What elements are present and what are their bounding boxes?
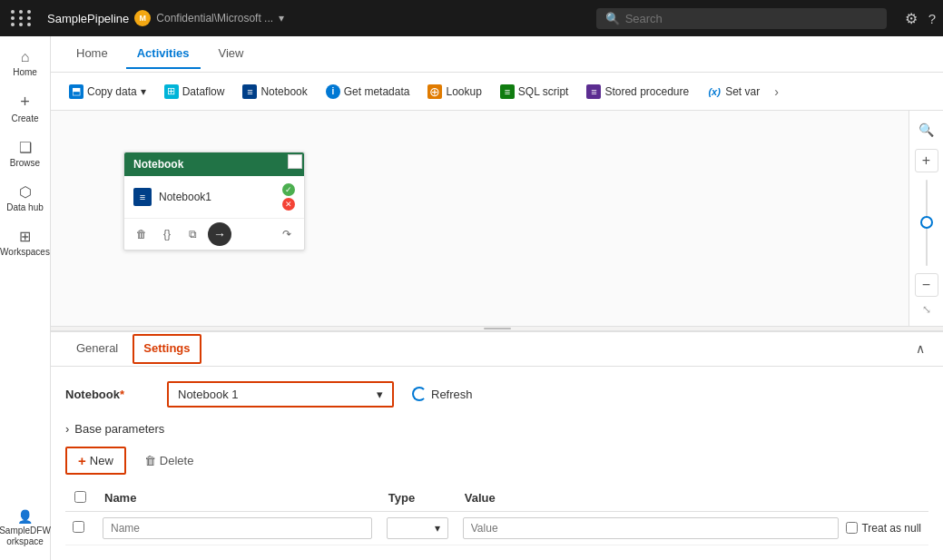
lookup-label: Lookup: [446, 85, 481, 98]
sidebar-label-datahub: Data hub: [6, 202, 44, 213]
dataflow-icon: ⊞: [164, 84, 179, 99]
tab-home[interactable]: Home: [65, 39, 119, 69]
settings-tabbar: General Settings ∧: [51, 332, 943, 367]
set-var-label: Set var: [725, 85, 760, 98]
node-actions: 🗑 {} ⧉ → ↷: [124, 218, 304, 250]
workspaces-icon: ⊞: [19, 228, 31, 245]
search-bar[interactable]: 🔍: [596, 8, 887, 29]
datahub-icon: ⬡: [19, 183, 32, 201]
set-var-icon: (x): [707, 84, 722, 99]
copy-data-label: Copy data: [87, 85, 137, 98]
select-all-checkbox[interactable]: [74, 491, 86, 503]
node-header: Notebook ⤢: [124, 152, 304, 176]
activity-copy-data[interactable]: ⬒ Copy data ▾: [62, 81, 153, 103]
zoom-in-button[interactable]: +: [915, 149, 938, 172]
activity-lookup[interactable]: ⊕ Lookup: [420, 81, 488, 103]
activity-sql-script[interactable]: ≡ SQL script: [493, 81, 576, 103]
delete-parameter-button[interactable]: 🗑 Delete: [133, 449, 205, 472]
refresh-icon: [412, 387, 427, 401]
notebook-form-row: Notebook* Notebook 1 ▾ Refresh: [65, 381, 928, 408]
base-parameters-label: Base parameters: [74, 422, 164, 436]
create-icon: +: [20, 93, 30, 112]
workspace-label: Confidential\Microsoft ...: [156, 12, 273, 25]
treat-as-null-checkbox[interactable]: [846, 522, 858, 534]
plus-icon: +: [78, 453, 86, 468]
node-copy-button[interactable]: ⧉: [182, 224, 202, 244]
base-parameters-header[interactable]: › Base parameters: [65, 422, 928, 436]
activity-set-var[interactable]: (x) Set var: [700, 81, 767, 103]
sidebar-item-datahub[interactable]: ⬡ Data hub: [2, 178, 49, 219]
tab-activities[interactable]: Activities: [126, 39, 201, 69]
sidebar-item-workspaces[interactable]: ⊞ Workspaces: [2, 222, 49, 263]
app-layout: ⌂ Home + Create ❑ Browse ⬡ Data hub ⊞ Wo…: [0, 36, 943, 560]
node-activity-icon: ≡: [133, 188, 152, 206]
node-resize-handle[interactable]: ⤢: [288, 154, 302, 169]
col-checkbox: [65, 486, 95, 512]
pipeline-canvas[interactable]: Notebook ⤢ ≡ Notebook1 ✓ ✕ 🗑 {}: [51, 111, 907, 326]
name-input[interactable]: [103, 517, 372, 539]
search-input[interactable]: [625, 12, 878, 25]
activity-dataflow[interactable]: ⊞ Dataflow: [157, 81, 232, 103]
help-icon[interactable]: ?: [928, 11, 936, 26]
node-title: Notebook: [133, 158, 183, 171]
status-fail-icon: ✕: [282, 198, 295, 211]
refresh-label: Refresh: [431, 388, 473, 401]
copy-data-chevron: ▾: [141, 85, 146, 98]
zoom-slider-thumb[interactable]: [920, 216, 933, 229]
sidebar-item-sampledfw[interactable]: 👤 SampleDFW orkspace: [2, 504, 49, 553]
settings-collapse-button[interactable]: ∧: [912, 338, 928, 359]
activity-stored-procedure[interactable]: ≡ Stored procedure: [579, 81, 696, 103]
node-delete-button[interactable]: 🗑: [132, 224, 152, 244]
user-icon: 👤: [17, 509, 33, 524]
sidebar-item-browse[interactable]: ❑ Browse: [2, 133, 49, 174]
activity-get-metadata[interactable]: i Get metadata: [319, 81, 417, 103]
more-activities-button[interactable]: ›: [771, 81, 782, 103]
refresh-button[interactable]: Refresh: [405, 382, 480, 406]
notebook-activity-node[interactable]: Notebook ⤢ ≡ Notebook1 ✓ ✕ 🗑 {}: [123, 152, 305, 251]
settings-tab-general[interactable]: General: [65, 334, 129, 364]
stored-procedure-label: Stored procedure: [604, 85, 689, 98]
settings-content: Notebook* Notebook 1 ▾ Refresh › Base pa…: [51, 367, 943, 561]
fit-canvas-button[interactable]: ⤡: [918, 300, 936, 319]
activity-notebook[interactable]: ≡ Notebook: [235, 81, 314, 103]
zoom-out-button[interactable]: −: [915, 273, 938, 297]
delete-button-label: Delete: [160, 454, 194, 467]
node-run-button[interactable]: →: [208, 222, 231, 246]
new-parameter-button[interactable]: + New: [65, 447, 126, 475]
zoom-controls: 🔍 + − ⤡: [909, 111, 943, 326]
main-content: Home Activities View ⬒ Copy data ▾ ⊞ Dat…: [51, 36, 943, 560]
get-metadata-icon: i: [326, 84, 340, 99]
type-cell: ▾: [379, 511, 456, 545]
status-success-icon: ✓: [282, 183, 295, 196]
row-checkbox[interactable]: [73, 521, 84, 533]
app-launcher[interactable]: [7, 6, 36, 30]
delete-icon: 🗑: [144, 454, 156, 467]
notebook-select[interactable]: Notebook 1 ▾: [167, 381, 394, 408]
pipeline-name: SamplePipeline: [47, 12, 129, 25]
settings-icon[interactable]: ⚙: [905, 10, 918, 27]
type-select[interactable]: ▾: [387, 517, 448, 539]
value-input[interactable]: [463, 517, 840, 539]
treat-as-null-label: Treat as null: [846, 522, 921, 535]
node-more-button[interactable]: ↷: [277, 224, 297, 244]
tab-view[interactable]: View: [208, 39, 255, 69]
node-code-button[interactable]: {}: [157, 224, 177, 244]
params-action-row: + New 🗑 Delete: [65, 447, 928, 475]
sidebar-item-create[interactable]: + Create: [2, 87, 49, 130]
stored-procedure-icon: ≡: [586, 84, 601, 99]
table-row: ▾ Treat as null: [65, 511, 928, 545]
settings-tab-settings[interactable]: Settings: [133, 334, 201, 364]
name-cell: [95, 511, 379, 545]
workspace-chevron[interactable]: ▾: [279, 12, 284, 25]
sidebar-item-home[interactable]: ⌂ Home: [2, 44, 49, 84]
type-chevron: ▾: [435, 522, 440, 535]
canvas-search-button[interactable]: 🔍: [915, 118, 938, 142]
new-button-label: New: [90, 454, 113, 467]
sql-script-icon: ≡: [500, 84, 515, 99]
parameters-table: Name Type Value: [65, 486, 928, 546]
pipeline-canvas-area: Notebook ⤢ ≡ Notebook1 ✓ ✕ 🗑 {}: [51, 111, 943, 326]
col-name: Name: [95, 486, 379, 512]
notebook-value: Notebook 1: [178, 388, 239, 401]
dataflow-label: Dataflow: [182, 85, 225, 98]
activity-toolbar: ⬒ Copy data ▾ ⊞ Dataflow ≡ Notebook i Ge…: [51, 73, 943, 111]
